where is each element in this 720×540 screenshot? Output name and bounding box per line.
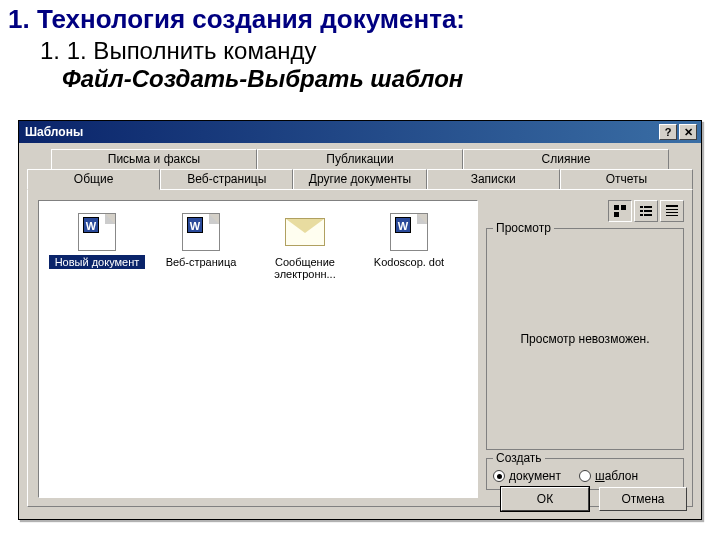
preview-group: Просмотр Просмотр невозможен. bbox=[486, 228, 684, 450]
svg-rect-8 bbox=[644, 214, 652, 216]
dialog-title: Шаблоны bbox=[25, 125, 83, 139]
list-icon bbox=[639, 204, 653, 218]
tab-notes[interactable]: Записки bbox=[427, 169, 560, 190]
cancel-button[interactable]: Отмена bbox=[599, 487, 687, 511]
create-legend: Создать bbox=[493, 451, 545, 465]
help-button[interactable]: ? bbox=[659, 124, 677, 140]
slide-heading: 1. Технология создания документа: bbox=[8, 4, 720, 35]
mail-icon bbox=[285, 218, 325, 246]
radio-document-label: документ bbox=[509, 469, 561, 483]
svg-rect-7 bbox=[640, 214, 643, 216]
tabs-area: Письма и факсы Публикации Слияние Общие … bbox=[27, 149, 693, 507]
word-doc-icon: W bbox=[390, 213, 428, 251]
dialog-buttons: ОК Отмена bbox=[501, 487, 687, 511]
word-doc-icon: W bbox=[78, 213, 116, 251]
right-column: Просмотр Просмотр невозможен. Создать до… bbox=[486, 200, 684, 498]
close-button[interactable]: ✕ bbox=[679, 124, 697, 140]
details-icon bbox=[665, 204, 679, 218]
list-item[interactable]: W Веб-страница bbox=[151, 209, 251, 285]
item-label: Новый документ bbox=[49, 255, 145, 269]
radio-icon bbox=[493, 470, 505, 482]
tab-letters-faxes[interactable]: Письма и факсы bbox=[51, 149, 257, 169]
large-icons-icon bbox=[613, 204, 627, 218]
svg-rect-12 bbox=[666, 215, 678, 216]
svg-rect-1 bbox=[621, 205, 626, 210]
svg-rect-4 bbox=[644, 206, 652, 208]
tab-other-docs[interactable]: Другие документы bbox=[293, 169, 426, 190]
list-item[interactable]: Сообщение электронн... bbox=[255, 209, 355, 285]
titlebar: Шаблоны ? ✕ bbox=[19, 121, 701, 143]
radio-icon bbox=[579, 470, 591, 482]
tab-row-back: Письма и факсы Публикации Слияние bbox=[51, 149, 669, 169]
item-label: Сообщение электронн... bbox=[257, 255, 353, 281]
svg-rect-0 bbox=[614, 205, 619, 210]
list-item[interactable]: W Новый документ bbox=[47, 209, 147, 285]
preview-legend: Просмотр bbox=[493, 221, 554, 235]
tab-content: W Новый документ W Веб-страница Сообщени… bbox=[27, 189, 693, 507]
svg-rect-9 bbox=[666, 205, 678, 207]
svg-rect-11 bbox=[666, 212, 678, 213]
tab-webpages[interactable]: Веб-страницы bbox=[160, 169, 293, 190]
tab-reports[interactable]: Отчеты bbox=[560, 169, 693, 190]
ok-button[interactable]: ОК bbox=[501, 487, 589, 511]
slide-sub1: 1. 1. Выполнить команду bbox=[40, 37, 720, 65]
word-doc-icon: W bbox=[182, 213, 220, 251]
radio-document[interactable]: документ bbox=[493, 469, 561, 483]
svg-rect-5 bbox=[640, 210, 643, 212]
tab-publications[interactable]: Публикации bbox=[257, 149, 463, 169]
radio-template-label: шаблон bbox=[595, 469, 638, 483]
tab-merge[interactable]: Слияние bbox=[463, 149, 669, 169]
svg-rect-3 bbox=[640, 206, 643, 208]
item-label: Веб-страница bbox=[153, 255, 249, 269]
view-list-button[interactable] bbox=[634, 200, 658, 222]
view-buttons bbox=[608, 200, 684, 222]
item-label: Kodoscop. dot bbox=[361, 255, 457, 269]
create-group: Создать документ шаблон bbox=[486, 458, 684, 490]
slide-sub2: Файл-Создать-Выбрать шаблон bbox=[62, 65, 720, 93]
template-list[interactable]: W Новый документ W Веб-страница Сообщени… bbox=[38, 200, 478, 498]
radio-template[interactable]: шаблон bbox=[579, 469, 638, 483]
svg-rect-2 bbox=[614, 212, 619, 217]
tab-row-front: Общие Веб-страницы Другие документы Запи… bbox=[27, 169, 693, 190]
view-details-button[interactable] bbox=[660, 200, 684, 222]
templates-dialog: Шаблоны ? ✕ Письма и факсы Публикации Сл… bbox=[18, 120, 702, 520]
tab-general[interactable]: Общие bbox=[27, 169, 160, 190]
svg-rect-6 bbox=[644, 210, 652, 212]
svg-rect-10 bbox=[666, 209, 678, 210]
view-large-icons-button[interactable] bbox=[608, 200, 632, 222]
list-item[interactable]: W Kodoscop. dot bbox=[359, 209, 459, 285]
preview-text: Просмотр невозможен. bbox=[520, 332, 649, 346]
